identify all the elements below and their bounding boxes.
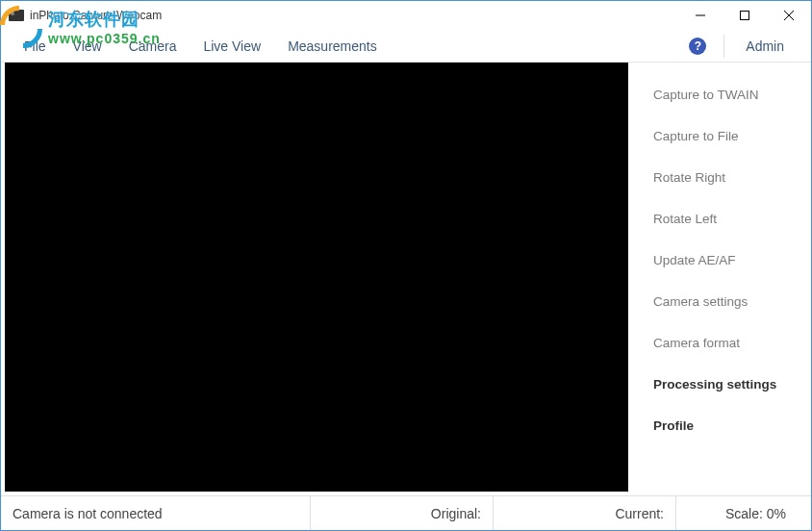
close-button[interactable] (767, 1, 811, 30)
camera-viewport (5, 63, 628, 492)
menu-measurements[interactable]: Measurements (274, 33, 391, 60)
close-icon (784, 11, 794, 20)
rotate-right-button[interactable]: Rotate Right (632, 157, 811, 198)
capture-twain-button[interactable]: Capture to TWAIN (632, 74, 811, 115)
minimize-button[interactable] (678, 1, 723, 30)
menu-file[interactable]: File (11, 33, 60, 60)
update-aeaf-button[interactable]: Update AE/AF (632, 240, 811, 281)
app-window: inPhoto Capture Webcam 河东软件园 www.pc0359.… (0, 0, 812, 531)
status-current: Current: (494, 496, 676, 530)
window-title: inPhoto Capture Webcam (30, 9, 162, 22)
status-scale-label: Scale: 0% (725, 506, 786, 521)
content-area: Capture to TWAIN Capture to File Rotate … (1, 63, 811, 495)
status-bar: Camera is not connected Original: Curren… (1, 495, 811, 530)
side-panel: Capture to TWAIN Capture to File Rotate … (632, 63, 811, 495)
help-icon[interactable]: ? (689, 38, 706, 55)
maximize-icon (740, 11, 749, 20)
svg-rect-1 (741, 12, 749, 20)
status-scale: Scale: 0% (676, 496, 811, 530)
menu-bar: File View Camera Live View Measurements … (1, 30, 811, 63)
camera-format-button[interactable]: Camera format (632, 322, 811, 364)
camera-settings-button[interactable]: Camera settings (632, 281, 811, 322)
profile-button[interactable]: Profile (632, 405, 811, 446)
menu-camera[interactable]: Camera (115, 33, 190, 60)
menu-live-view[interactable]: Live View (190, 33, 274, 60)
maximize-button[interactable] (723, 1, 767, 30)
minimize-icon (696, 11, 705, 20)
status-current-label: Current: (615, 506, 664, 521)
menu-admin[interactable]: Admin (728, 33, 801, 60)
processing-settings-button[interactable]: Processing settings (632, 364, 811, 405)
title-bar: inPhoto Capture Webcam (1, 1, 811, 30)
rotate-left-button[interactable]: Rotate Left (632, 198, 811, 240)
status-message: Camera is not connected (1, 496, 311, 530)
capture-file-button[interactable]: Capture to File (632, 115, 811, 157)
status-original-label: Original: (431, 506, 481, 521)
menu-divider (723, 35, 724, 58)
status-original: Original: (311, 496, 494, 530)
menu-view[interactable]: View (60, 33, 115, 60)
app-icon (9, 10, 24, 21)
